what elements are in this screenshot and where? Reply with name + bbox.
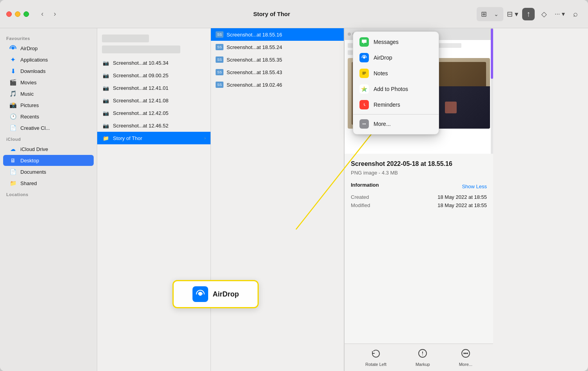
file-item[interactable]: 📷 Screenshot...at 12.42.05 xyxy=(97,107,211,119)
share-messages-item[interactable]: Messages xyxy=(353,34,439,50)
share-reminders-item[interactable]: Reminders xyxy=(353,97,439,113)
share-button[interactable]: ↑ xyxy=(522,8,535,20)
back-button[interactable]: ‹ xyxy=(37,9,48,20)
content-area: Favourites AirDrop ✦ Applications xyxy=(0,28,588,371)
forward-button[interactable]: › xyxy=(49,9,60,20)
created-value: 18 May 2022 at 18:55 xyxy=(437,194,487,200)
svg-point-10 xyxy=(363,124,363,124)
file-item[interactable]: 📷 Screenshot...at 12.46.52 xyxy=(97,119,211,132)
preview-toolbar: Rotate Left Markup xyxy=(345,344,493,371)
nav-buttons: ‹ › xyxy=(37,9,60,20)
preview-info: Screenshot 2022-05-18 at 18.55.16 PNG im… xyxy=(345,154,493,344)
modified-label: Modified xyxy=(351,202,370,208)
file-item-screenshot-5[interactable]: SS Screenshot...at 19.02.46 xyxy=(211,78,344,91)
sidebar-item-movies[interactable]: 🎬 Movies xyxy=(3,77,94,88)
desktop-icon: 🖥 xyxy=(9,157,16,164)
share-photos-item[interactable]: Add to Photos xyxy=(353,81,439,97)
share-airdrop-item[interactable]: AirDrop xyxy=(353,50,439,65)
grid-view-button[interactable]: ⊟ ▾ xyxy=(506,8,519,20)
airdrop-drag-target[interactable]: AirDrop xyxy=(172,280,259,308)
sidebar-item-downloads[interactable]: ⬇ Downloads xyxy=(3,65,94,76)
svg-point-13 xyxy=(199,293,202,296)
creative-cloud-icon: 📄 xyxy=(9,124,16,131)
close-button[interactable] xyxy=(6,11,12,17)
view-options-button[interactable]: ⌄ xyxy=(490,8,503,20)
file-item-screenshot-2[interactable]: SS Screenshot...at 18.55.24 xyxy=(211,41,344,53)
more-label: More... xyxy=(459,362,472,367)
screenshot-icon: SS xyxy=(216,31,223,38)
sidebar-item-documents[interactable]: 📄 Documents xyxy=(3,166,94,177)
file-icon: 📷 xyxy=(102,60,110,66)
file-item[interactable]: 📷 Screenshot...at 12.41.01 xyxy=(97,82,211,94)
column-view-button[interactable]: ⊞ xyxy=(477,8,490,20)
sidebar-item-recents[interactable]: 🕐 Recents xyxy=(3,111,94,122)
sidebar-label-applications: Applications xyxy=(20,57,48,63)
file-name: Screenshot...at 12.46.52 xyxy=(113,123,206,129)
sidebar-item-pictures[interactable]: 📸 Pictures xyxy=(3,100,94,111)
more-button[interactable]: More... xyxy=(454,346,477,369)
file-item-screenshot-3[interactable]: SS Screenshot...at 18.55.35 xyxy=(211,53,344,66)
icloud-drive-icon: ☁ xyxy=(9,145,16,153)
sidebar-item-creative-cloud[interactable]: 📄 Creative Cl... xyxy=(3,122,94,133)
sidebar-item-desktop[interactable]: 🖥 Desktop xyxy=(3,155,94,166)
preview-filetype: PNG image - 4.3 MB xyxy=(351,170,487,176)
sidebar-item-applications[interactable]: ✦ Applications xyxy=(3,54,94,65)
sidebar-item-airdrop[interactable]: AirDrop xyxy=(3,43,94,54)
more-share-icon xyxy=(359,119,369,129)
messages-label: Messages xyxy=(374,39,399,45)
locations-header: Locations xyxy=(0,189,97,198)
sidebar-item-icloud-drive[interactable]: ☁ iCloud Drive xyxy=(3,144,94,155)
share-menu: Messages AirDrop Notes xyxy=(353,31,439,135)
sidebar-item-shared[interactable]: 📁 Shared xyxy=(3,178,94,189)
file-item[interactable]: 📷 Screenshot...at 09.00.25 xyxy=(97,69,211,82)
file-name-screenshot-5: Screenshot...at 19.02.46 xyxy=(227,82,339,88)
sidebar-label-pictures: Pictures xyxy=(20,102,39,108)
file-icon: 📷 xyxy=(102,110,110,116)
shared-icon: 📁 xyxy=(9,180,16,187)
file-icon: 📷 xyxy=(102,122,110,129)
file-item-story-of-thor[interactable]: 📁 Story of Thor › xyxy=(97,132,211,144)
reminders-icon xyxy=(359,100,369,109)
svg-point-0 xyxy=(12,47,14,49)
traffic-lights xyxy=(6,11,29,17)
maximize-button[interactable] xyxy=(24,11,29,17)
sidebar-label-desktop: Desktop xyxy=(20,158,39,164)
screenshot-icon-2: SS xyxy=(216,44,223,50)
movies-icon: 🎬 xyxy=(9,79,16,86)
airdrop-menu-label: AirDrop xyxy=(374,55,392,61)
share-more-item[interactable]: More... xyxy=(353,116,439,132)
search-button[interactable]: ⌕ xyxy=(569,8,582,20)
file-item-screenshot-1[interactable]: SS Screenshot...at 18.55.16 xyxy=(211,28,344,41)
music-icon: 🎵 xyxy=(9,90,16,97)
icloud-header: iCloud xyxy=(0,134,97,143)
more-options-button[interactable]: ··· ▾ xyxy=(554,8,566,20)
minimize-button[interactable] xyxy=(15,11,20,17)
tag-button[interactable]: ◇ xyxy=(538,8,550,20)
markup-button[interactable]: Markup xyxy=(411,346,435,369)
sidebar-label-documents: Documents xyxy=(20,169,46,175)
screenshot-icon-3: SS xyxy=(216,56,223,63)
show-less-button[interactable]: Show Less xyxy=(462,184,487,189)
file-item[interactable]: 📷 Screenshot...at 12.41.08 xyxy=(97,94,211,107)
documents-icon: 📄 xyxy=(9,168,16,175)
svg-point-11 xyxy=(364,124,365,124)
more-share-label: More... xyxy=(374,121,391,127)
sidebar-item-music[interactable]: 🎵 Music xyxy=(3,88,94,99)
sidebar-label-music: Music xyxy=(20,91,34,97)
applications-icon: ✦ xyxy=(9,56,16,63)
file-name: Screenshot...at 12.41.01 xyxy=(113,85,206,91)
file-name-story-of-thor: Story of Thor xyxy=(113,135,201,141)
photos-label: Add to Photos xyxy=(374,86,408,92)
titlebar: ‹ › Story of Thor ⊞ ⌄ ⊟ ▾ ↑ ◇ ··· ▾ ⌕ xyxy=(0,0,588,28)
created-label: Created xyxy=(351,194,369,200)
file-name-screenshot-3: Screenshot...at 18.55.35 xyxy=(227,57,339,63)
screenshot-icon-5: SS xyxy=(216,82,223,88)
file-item[interactable]: 📷 Screenshot...at 10.45.34 xyxy=(97,56,211,69)
file-item-screenshot-4[interactable]: SS Screenshot...at 18.55.43 xyxy=(211,66,344,78)
rotate-left-button[interactable]: Rotate Left xyxy=(361,346,391,369)
modified-value: 18 May 2022 at 18:55 xyxy=(437,202,487,208)
pictures-icon: 📸 xyxy=(9,102,16,109)
messages-icon xyxy=(359,37,369,47)
notes-icon xyxy=(359,69,369,78)
share-notes-item[interactable]: Notes xyxy=(353,65,439,81)
